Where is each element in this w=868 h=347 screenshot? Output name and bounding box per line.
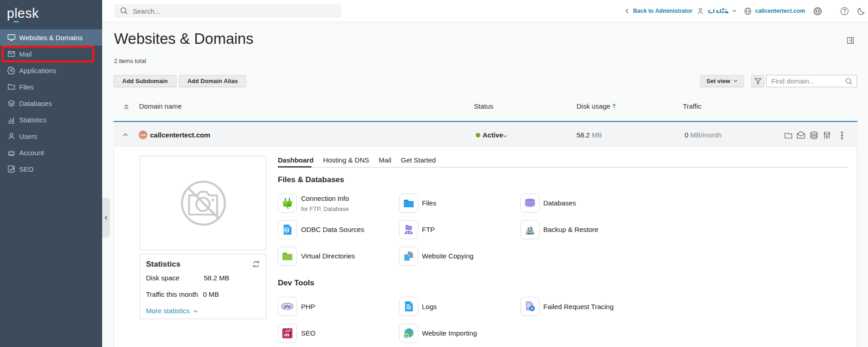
svg-text:php: php (283, 304, 291, 309)
